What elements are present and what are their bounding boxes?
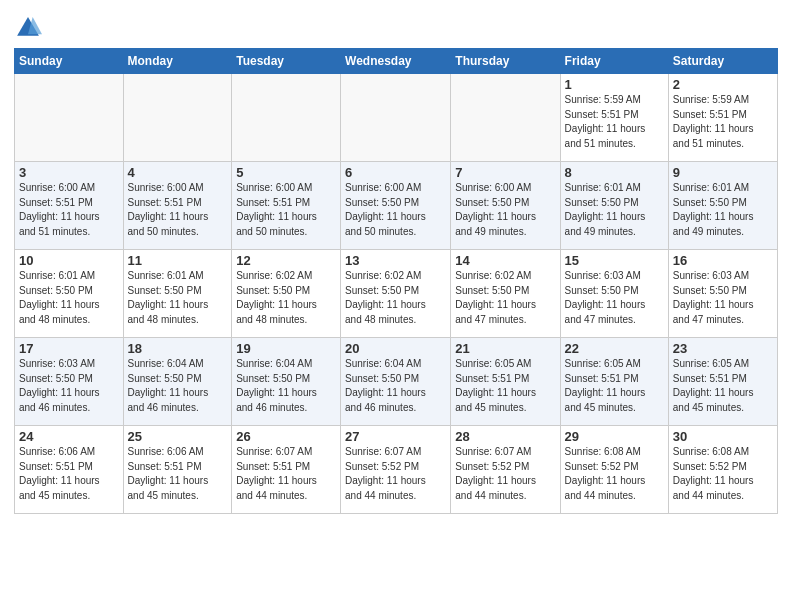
day-number: 4 [128,165,228,180]
calendar-cell: 18Sunrise: 6:04 AMSunset: 5:50 PMDayligh… [123,338,232,426]
calendar-cell: 27Sunrise: 6:07 AMSunset: 5:52 PMDayligh… [341,426,451,514]
calendar-cell: 11Sunrise: 6:01 AMSunset: 5:50 PMDayligh… [123,250,232,338]
calendar-cell: 5Sunrise: 6:00 AMSunset: 5:51 PMDaylight… [232,162,341,250]
day-number: 2 [673,77,773,92]
day-info: Sunrise: 5:59 AMSunset: 5:51 PMDaylight:… [673,93,773,151]
day-number: 25 [128,429,228,444]
day-number: 19 [236,341,336,356]
day-info: Sunrise: 6:00 AMSunset: 5:51 PMDaylight:… [128,181,228,239]
day-info: Sunrise: 6:01 AMSunset: 5:50 PMDaylight:… [673,181,773,239]
calendar-cell: 6Sunrise: 6:00 AMSunset: 5:50 PMDaylight… [341,162,451,250]
day-info: Sunrise: 6:04 AMSunset: 5:50 PMDaylight:… [128,357,228,415]
day-info: Sunrise: 6:00 AMSunset: 5:50 PMDaylight:… [455,181,555,239]
calendar-cell: 17Sunrise: 6:03 AMSunset: 5:50 PMDayligh… [15,338,124,426]
calendar-cell: 30Sunrise: 6:08 AMSunset: 5:52 PMDayligh… [668,426,777,514]
calendar-week-row: 3Sunrise: 6:00 AMSunset: 5:51 PMDaylight… [15,162,778,250]
calendar-cell: 4Sunrise: 6:00 AMSunset: 5:51 PMDaylight… [123,162,232,250]
day-number: 1 [565,77,664,92]
calendar-cell: 21Sunrise: 6:05 AMSunset: 5:51 PMDayligh… [451,338,560,426]
day-number: 11 [128,253,228,268]
day-number: 12 [236,253,336,268]
calendar-cell: 9Sunrise: 6:01 AMSunset: 5:50 PMDaylight… [668,162,777,250]
day-number: 3 [19,165,119,180]
calendar-week-row: 10Sunrise: 6:01 AMSunset: 5:50 PMDayligh… [15,250,778,338]
day-info: Sunrise: 6:03 AMSunset: 5:50 PMDaylight:… [565,269,664,327]
day-number: 27 [345,429,446,444]
calendar-cell [232,74,341,162]
day-info: Sunrise: 6:01 AMSunset: 5:50 PMDaylight:… [128,269,228,327]
day-number: 28 [455,429,555,444]
day-info: Sunrise: 6:06 AMSunset: 5:51 PMDaylight:… [19,445,119,503]
calendar-cell: 7Sunrise: 6:00 AMSunset: 5:50 PMDaylight… [451,162,560,250]
page: SundayMondayTuesdayWednesdayThursdayFrid… [0,0,792,524]
logo-icon [14,14,42,42]
day-number: 26 [236,429,336,444]
day-info: Sunrise: 6:07 AMSunset: 5:52 PMDaylight:… [345,445,446,503]
calendar-cell: 20Sunrise: 6:04 AMSunset: 5:50 PMDayligh… [341,338,451,426]
day-info: Sunrise: 6:03 AMSunset: 5:50 PMDaylight:… [19,357,119,415]
calendar-week-row: 1Sunrise: 5:59 AMSunset: 5:51 PMDaylight… [15,74,778,162]
day-number: 16 [673,253,773,268]
calendar-cell: 29Sunrise: 6:08 AMSunset: 5:52 PMDayligh… [560,426,668,514]
weekday-header: Wednesday [341,49,451,74]
day-number: 10 [19,253,119,268]
calendar-cell: 1Sunrise: 5:59 AMSunset: 5:51 PMDaylight… [560,74,668,162]
day-info: Sunrise: 6:02 AMSunset: 5:50 PMDaylight:… [455,269,555,327]
calendar-week-row: 17Sunrise: 6:03 AMSunset: 5:50 PMDayligh… [15,338,778,426]
day-info: Sunrise: 6:07 AMSunset: 5:51 PMDaylight:… [236,445,336,503]
day-info: Sunrise: 6:08 AMSunset: 5:52 PMDaylight:… [565,445,664,503]
day-number: 20 [345,341,446,356]
calendar-cell: 16Sunrise: 6:03 AMSunset: 5:50 PMDayligh… [668,250,777,338]
calendar-cell: 19Sunrise: 6:04 AMSunset: 5:50 PMDayligh… [232,338,341,426]
calendar-cell [15,74,124,162]
day-info: Sunrise: 6:07 AMSunset: 5:52 PMDaylight:… [455,445,555,503]
day-info: Sunrise: 6:00 AMSunset: 5:51 PMDaylight:… [236,181,336,239]
day-info: Sunrise: 6:05 AMSunset: 5:51 PMDaylight:… [565,357,664,415]
day-number: 15 [565,253,664,268]
day-number: 13 [345,253,446,268]
day-number: 17 [19,341,119,356]
day-number: 30 [673,429,773,444]
day-number: 5 [236,165,336,180]
logo [14,14,46,42]
header [14,10,778,42]
calendar-cell [123,74,232,162]
calendar-cell: 15Sunrise: 6:03 AMSunset: 5:50 PMDayligh… [560,250,668,338]
day-number: 9 [673,165,773,180]
day-number: 6 [345,165,446,180]
day-number: 29 [565,429,664,444]
calendar-cell: 25Sunrise: 6:06 AMSunset: 5:51 PMDayligh… [123,426,232,514]
calendar-header-row: SundayMondayTuesdayWednesdayThursdayFrid… [15,49,778,74]
day-number: 8 [565,165,664,180]
calendar-cell: 14Sunrise: 6:02 AMSunset: 5:50 PMDayligh… [451,250,560,338]
day-info: Sunrise: 6:02 AMSunset: 5:50 PMDaylight:… [236,269,336,327]
day-number: 14 [455,253,555,268]
day-info: Sunrise: 6:06 AMSunset: 5:51 PMDaylight:… [128,445,228,503]
calendar-week-row: 24Sunrise: 6:06 AMSunset: 5:51 PMDayligh… [15,426,778,514]
calendar-cell [341,74,451,162]
day-info: Sunrise: 6:05 AMSunset: 5:51 PMDaylight:… [673,357,773,415]
day-info: Sunrise: 6:01 AMSunset: 5:50 PMDaylight:… [19,269,119,327]
day-info: Sunrise: 6:03 AMSunset: 5:50 PMDaylight:… [673,269,773,327]
calendar-cell: 23Sunrise: 6:05 AMSunset: 5:51 PMDayligh… [668,338,777,426]
calendar-cell: 13Sunrise: 6:02 AMSunset: 5:50 PMDayligh… [341,250,451,338]
day-number: 18 [128,341,228,356]
day-info: Sunrise: 6:01 AMSunset: 5:50 PMDaylight:… [565,181,664,239]
day-number: 22 [565,341,664,356]
weekday-header: Saturday [668,49,777,74]
day-info: Sunrise: 5:59 AMSunset: 5:51 PMDaylight:… [565,93,664,151]
day-info: Sunrise: 6:05 AMSunset: 5:51 PMDaylight:… [455,357,555,415]
calendar-cell: 2Sunrise: 5:59 AMSunset: 5:51 PMDaylight… [668,74,777,162]
day-info: Sunrise: 6:00 AMSunset: 5:50 PMDaylight:… [345,181,446,239]
weekday-header: Sunday [15,49,124,74]
calendar-cell: 10Sunrise: 6:01 AMSunset: 5:50 PMDayligh… [15,250,124,338]
day-info: Sunrise: 6:04 AMSunset: 5:50 PMDaylight:… [236,357,336,415]
day-number: 23 [673,341,773,356]
day-number: 24 [19,429,119,444]
weekday-header: Thursday [451,49,560,74]
day-info: Sunrise: 6:08 AMSunset: 5:52 PMDaylight:… [673,445,773,503]
day-info: Sunrise: 6:02 AMSunset: 5:50 PMDaylight:… [345,269,446,327]
weekday-header: Monday [123,49,232,74]
calendar-cell: 12Sunrise: 6:02 AMSunset: 5:50 PMDayligh… [232,250,341,338]
weekday-header: Friday [560,49,668,74]
